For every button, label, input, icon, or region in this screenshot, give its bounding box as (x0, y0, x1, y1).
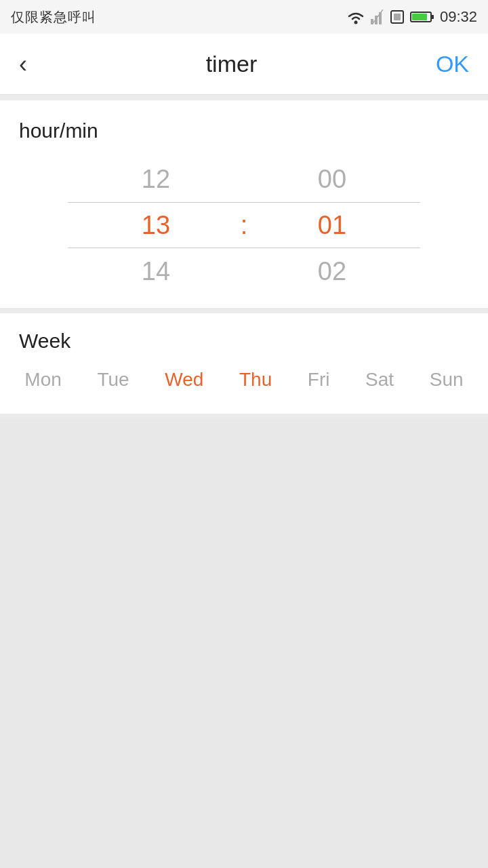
day-sat[interactable]: Sat (360, 366, 399, 393)
week-days: Mon Tue Wed Thu Fri Sat Sun (0, 366, 488, 414)
time-picker[interactable]: 12 00 13 : 01 14 02 (0, 149, 488, 308)
separator-active: : (224, 211, 264, 240)
page-title: timer (206, 51, 258, 77)
hour-active: 13 (88, 211, 224, 240)
picker-row-below: 14 02 (0, 248, 488, 294)
day-tue[interactable]: Tue (92, 366, 134, 393)
min-active: 01 (264, 211, 400, 240)
ok-button[interactable]: OK (436, 51, 469, 77)
min-below: 02 (264, 257, 400, 286)
sim-icon (390, 9, 405, 24)
hour-below: 14 (88, 257, 224, 286)
week-section: Week Mon Tue Wed Thu Fri Sat Sun (0, 313, 488, 414)
day-sun[interactable]: Sun (424, 366, 469, 393)
day-wed[interactable]: Wed (159, 366, 209, 393)
section-divider-top (0, 95, 488, 100)
back-button[interactable]: ‹ (19, 52, 27, 77)
wifi-icon (346, 9, 365, 24)
status-bar: 仅限紧急呼叫 09:32 (0, 0, 488, 34)
day-fri[interactable]: Fri (302, 366, 336, 393)
status-left-text: 仅限紧急呼叫 (11, 8, 96, 26)
svg-rect-9 (431, 15, 434, 19)
picker-row-active[interactable]: 13 : 01 (0, 202, 488, 248)
day-mon[interactable]: Mon (19, 366, 66, 393)
section-divider-middle (0, 308, 488, 313)
status-right-icons: 09:32 (346, 8, 477, 26)
section-divider-bottom (0, 414, 488, 419)
week-label: Week (0, 313, 488, 366)
svg-rect-6 (394, 14, 401, 20)
bottom-area (0, 419, 488, 812)
svg-point-0 (354, 21, 357, 24)
svg-rect-8 (412, 14, 427, 20)
hour-min-section: hour/min 12 00 13 : 01 14 02 (0, 100, 488, 308)
min-above: 00 (264, 165, 400, 194)
battery-icon (410, 10, 434, 24)
day-thu[interactable]: Thu (234, 366, 277, 393)
status-time: 09:32 (440, 8, 477, 26)
time-picker-rows: 12 00 13 : 01 14 02 (0, 156, 488, 294)
nav-bar: ‹ timer OK (0, 34, 488, 95)
hour-min-label: hour/min (0, 100, 488, 149)
picker-row-above: 12 00 (0, 156, 488, 202)
signal-icon (371, 9, 384, 24)
hour-above: 12 (88, 165, 224, 194)
